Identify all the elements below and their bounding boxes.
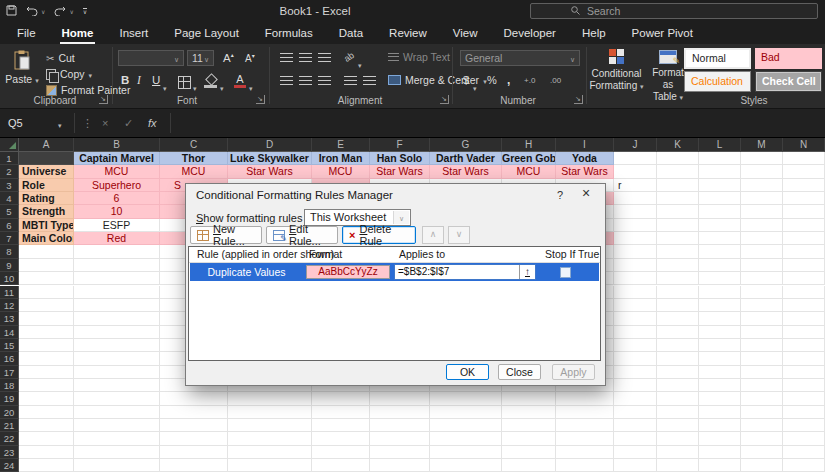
row-header-20[interactable]: 20 — [0, 406, 19, 419]
cell-A8[interactable] — [19, 245, 74, 258]
row-header-11[interactable]: 11 — [0, 286, 19, 299]
cell-L16[interactable] — [699, 352, 741, 365]
tab-home[interactable]: Home — [49, 22, 107, 44]
column-header-D[interactable]: D — [228, 138, 312, 152]
cell-B22[interactable] — [74, 432, 160, 445]
cell-I20[interactable] — [556, 406, 614, 419]
cell-F1[interactable]: Han Solo — [370, 152, 430, 165]
cell-I23[interactable] — [556, 446, 614, 459]
font-name-combobox[interactable] — [118, 50, 184, 66]
tab-insert[interactable]: Insert — [106, 22, 161, 44]
column-header-A[interactable]: A — [19, 138, 74, 152]
cell-M19[interactable] — [741, 392, 783, 405]
cell-J4[interactable] — [614, 192, 657, 205]
cell-B20[interactable] — [74, 406, 160, 419]
rule-row[interactable]: Duplicate Values AaBbCcYyZz =$B$2:$I$7 — [190, 263, 599, 281]
cell-J17[interactable] — [614, 366, 657, 379]
column-header-E[interactable]: E — [312, 138, 370, 152]
cell-C1[interactable]: Thor — [160, 152, 228, 165]
cell-J10[interactable] — [614, 272, 657, 285]
cell-style-bad[interactable]: Bad — [755, 48, 822, 69]
cell-J12[interactable] — [614, 299, 657, 312]
cell-L1[interactable] — [699, 152, 741, 165]
cell-K13[interactable] — [657, 312, 699, 325]
font-dialog-launcher-icon[interactable] — [256, 95, 265, 104]
underline-button[interactable]: U — [152, 74, 160, 86]
increase-font-size-button[interactable]: A — [223, 51, 234, 64]
cell-A7[interactable]: Main Color — [19, 232, 74, 245]
cell-N8[interactable] — [783, 245, 825, 258]
cell-L22[interactable] — [699, 432, 741, 445]
row-header-7[interactable]: 7 — [0, 232, 19, 245]
cell-M8[interactable] — [741, 245, 783, 258]
tab-power-pivot[interactable]: Power Pivot — [619, 22, 706, 44]
row-header-21[interactable]: 21 — [0, 419, 19, 432]
cell-B14[interactable] — [74, 326, 160, 339]
cell-F19[interactable] — [370, 392, 430, 405]
cell-L12[interactable] — [699, 299, 741, 312]
cell-A15[interactable] — [19, 339, 74, 352]
cell-L18[interactable] — [699, 379, 741, 392]
cell-J16[interactable] — [614, 352, 657, 365]
cell-M4[interactable] — [741, 192, 783, 205]
cell-N22[interactable] — [783, 432, 825, 445]
cell-M1[interactable] — [741, 152, 783, 165]
increase-indent-icon[interactable] — [363, 76, 376, 85]
cell-A13[interactable] — [19, 312, 74, 325]
cell-K24[interactable] — [657, 459, 699, 472]
cell-J21[interactable] — [614, 419, 657, 432]
cell-J7[interactable] — [614, 232, 657, 245]
cell-E24[interactable] — [312, 459, 370, 472]
cell-A10[interactable] — [19, 272, 74, 285]
cell-G21[interactable] — [430, 419, 502, 432]
cell-E1[interactable]: Iron Man — [312, 152, 370, 165]
cell-M2[interactable] — [741, 165, 783, 178]
align-center-icon[interactable] — [299, 76, 312, 85]
column-header-N[interactable]: N — [783, 138, 825, 152]
column-header-M[interactable]: M — [741, 138, 783, 152]
cell-A23[interactable] — [19, 446, 74, 459]
cell-L10[interactable] — [699, 272, 741, 285]
cell-A17[interactable] — [19, 366, 74, 379]
cell-H23[interactable] — [502, 446, 556, 459]
cell-J6[interactable] — [614, 219, 657, 232]
row-header-18[interactable]: 18 — [0, 379, 19, 392]
cell-J19[interactable] — [614, 392, 657, 405]
row-header-24[interactable]: 24 — [0, 459, 19, 472]
paste-button[interactable]: Paste — [4, 48, 40, 100]
cell-B12[interactable] — [74, 299, 160, 312]
cell-J1[interactable] — [614, 152, 657, 165]
cell-M3[interactable] — [741, 179, 783, 192]
cell-style-normal[interactable]: Normal — [684, 48, 751, 69]
cell-E23[interactable] — [312, 446, 370, 459]
row-header-5[interactable]: 5 — [0, 205, 19, 218]
cell-K23[interactable] — [657, 446, 699, 459]
cell-M11[interactable] — [741, 286, 783, 299]
cell-C19[interactable] — [160, 392, 228, 405]
cell-H22[interactable] — [502, 432, 556, 445]
cell-L4[interactable] — [699, 192, 741, 205]
name-box[interactable]: Q5 — [8, 109, 23, 137]
number-dialog-launcher-icon[interactable] — [574, 95, 583, 104]
increase-decimal-button[interactable]: +.0 — [524, 76, 535, 85]
column-header-I[interactable]: I — [556, 138, 614, 152]
save-icon[interactable] — [6, 2, 17, 20]
cell-J14[interactable] — [614, 326, 657, 339]
orientation-icon[interactable]: ab — [342, 50, 356, 64]
cell-N2[interactable] — [783, 165, 825, 178]
wrap-text-button[interactable]: Wrap Text — [388, 51, 450, 63]
cell-E20[interactable] — [312, 406, 370, 419]
currency-format-button[interactable]: $ — [463, 74, 469, 86]
merge-and-center-button[interactable]: Merge & Center — [388, 74, 487, 86]
cell-L14[interactable] — [699, 326, 741, 339]
row-header-6[interactable]: 6 — [0, 219, 19, 232]
cell-L17[interactable] — [699, 366, 741, 379]
name-box-dropdown-icon[interactable] — [58, 109, 62, 137]
cell-N23[interactable] — [783, 446, 825, 459]
cell-M15[interactable] — [741, 339, 783, 352]
cell-F2[interactable]: Star Wars — [370, 165, 430, 178]
align-bottom-icon[interactable] — [318, 53, 331, 62]
cell-J9[interactable] — [614, 259, 657, 272]
row-header-12[interactable]: 12 — [0, 299, 19, 312]
cell-N7[interactable] — [783, 232, 825, 245]
